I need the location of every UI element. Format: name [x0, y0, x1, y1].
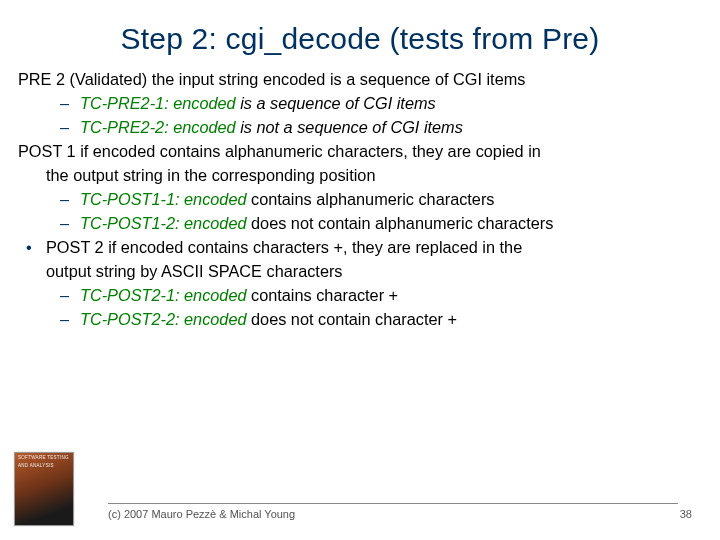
- post2-tc2-label: TC-POST2-2: encoded: [80, 310, 247, 328]
- slide-title: Step 2: cgi_decode (tests from Pre): [0, 0, 720, 68]
- copyright-text: (c) 2007 Mauro Pezzè & Michal Young: [108, 508, 295, 520]
- post1-tc2-rest: does not contain alphanumeric characters: [247, 214, 554, 232]
- pre2-lead: PRE 2 (Validated) the input string encod…: [18, 68, 702, 90]
- post2-tc2-rest: does not contain character +: [247, 310, 457, 328]
- slide-footer: (c) 2007 Mauro Pezzè & Michal Young 38: [0, 503, 720, 520]
- post2-tc1: TC-POST2-1: encoded contains character +: [18, 284, 702, 306]
- post1-tc2-label: TC-POST1-2: encoded: [80, 214, 247, 232]
- pre2-tc2: TC-PRE2-2: encoded is not a sequence of …: [18, 116, 702, 138]
- post1-lead-b: the output string in the corresponding p…: [18, 164, 702, 186]
- slide: Step 2: cgi_decode (tests from Pre) PRE …: [0, 0, 720, 540]
- pre2-tc2-label: TC-PRE2-2: encoded: [80, 118, 236, 136]
- slide-body: PRE 2 (Validated) the input string encod…: [0, 68, 720, 330]
- post1-lead-a: POST 1 if encoded contains alphanumeric …: [18, 140, 702, 162]
- book-title-line2: AND ANALYSIS: [15, 461, 73, 469]
- footer-divider: [108, 503, 678, 504]
- post1-tc1-label: TC-POST1-1: encoded: [80, 190, 247, 208]
- pre2-tc1: TC-PRE2-1: encoded is a sequence of CGI …: [18, 92, 702, 114]
- post2-lead-b: output string by ASCII SPACE characters: [18, 260, 702, 282]
- post2-tc1-rest: contains character +: [247, 286, 399, 304]
- post2-lead-a: POST 2 if encoded contains characters +,…: [18, 236, 702, 258]
- post1-tc1-rest: contains alphanumeric characters: [247, 190, 495, 208]
- post1-tc1: TC-POST1-1: encoded contains alphanumeri…: [18, 188, 702, 210]
- post2-tc1-label: TC-POST2-1: encoded: [80, 286, 247, 304]
- post2-tc2: TC-POST2-2: encoded does not contain cha…: [18, 308, 702, 330]
- footer-row: (c) 2007 Mauro Pezzè & Michal Young 38: [108, 508, 698, 520]
- page-number: 38: [680, 508, 698, 520]
- pre2-tc1-label: TC-PRE2-1: encoded: [80, 94, 236, 112]
- pre2-tc2-rest: is not a sequence of CGI items: [236, 118, 463, 136]
- book-title-line1: SOFTWARE TESTING: [15, 453, 73, 461]
- post1-tc2: TC-POST1-2: encoded does not contain alp…: [18, 212, 702, 234]
- pre2-tc1-rest: is a sequence of CGI items: [236, 94, 436, 112]
